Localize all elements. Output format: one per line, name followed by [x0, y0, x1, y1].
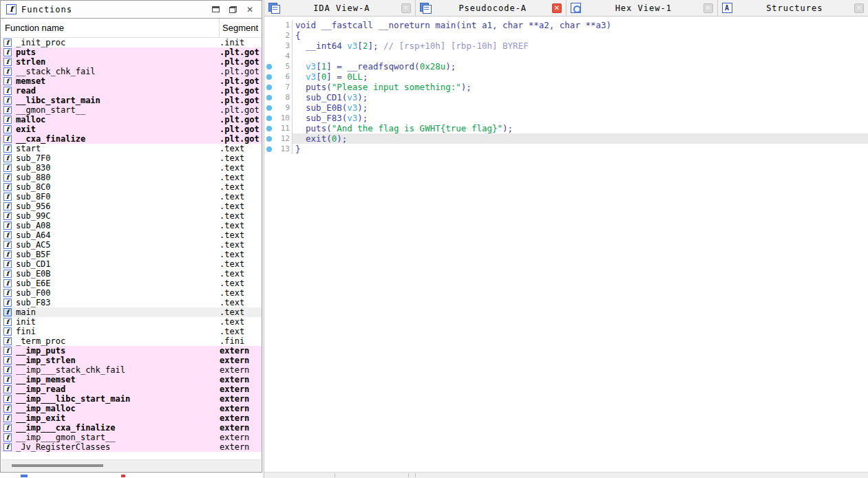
- function-row[interactable]: fsub_7F0.text: [1, 153, 262, 163]
- function-row[interactable]: f__imp_mallocextern: [1, 404, 262, 413]
- pseudocode-view[interactable]: 1void __fastcall __noreturn main(int a1,…: [264, 17, 868, 472]
- function-row[interactable]: fmemset.plt.got: [1, 76, 262, 86]
- code-line[interactable]: 1void __fastcall __noreturn main(int a1,…: [264, 20, 868, 30]
- code-token: sub_E0B(: [295, 102, 347, 113]
- code-token: [295, 72, 306, 82]
- line-number: 2: [272, 30, 292, 41]
- function-row[interactable]: fsub_A08.text: [1, 221, 262, 230]
- function-row[interactable]: fsub_8F0.text: [1, 192, 262, 202]
- function-row[interactable]: f__imp___libc_start_mainextern: [1, 394, 262, 404]
- pseudocode-bottom-scrollbar[interactable]: [264, 472, 868, 478]
- function-icon: f: [3, 212, 12, 220]
- function-row[interactable]: fstrlen.plt.got: [1, 57, 262, 67]
- code-line[interactable]: 12 exit(0);: [264, 133, 868, 144]
- tab-structures[interactable]: AStructures✕: [718, 0, 868, 16]
- tab-hex-view-1[interactable]: Hex View-1✕: [567, 0, 718, 16]
- function-name: start: [16, 144, 220, 153]
- code-line[interactable]: 2{: [264, 30, 868, 41]
- function-row[interactable]: f_Jv_RegisterClassesextern: [1, 442, 262, 452]
- function-name: sub_8F0: [16, 193, 220, 202]
- function-row[interactable]: fsub_AC5.text: [1, 240, 262, 250]
- function-row[interactable]: fsub_956.text: [1, 202, 262, 211]
- function-row[interactable]: fputs.plt.got: [1, 47, 262, 57]
- code-line[interactable]: 4: [264, 51, 868, 61]
- function-row[interactable]: fsub_F00.text: [1, 288, 262, 298]
- code-line[interactable]: 13}: [264, 144, 868, 154]
- line-number: 7: [272, 82, 292, 92]
- function-row[interactable]: fsub_880.text: [1, 173, 262, 182]
- function-segment: .text: [220, 144, 262, 153]
- function-row[interactable]: fsub_E0B.text: [1, 269, 262, 279]
- code-line[interactable]: 9 sub_E0B(v3);: [264, 102, 868, 113]
- function-row[interactable]: fmain.text: [1, 307, 262, 317]
- tab-close-button[interactable]: ✕: [401, 3, 411, 13]
- code-line[interactable]: 5 v3[1] = __readfsqword(0x28u);: [264, 61, 868, 72]
- function-row[interactable]: f__gmon_start__.plt.got: [1, 105, 262, 115]
- tab-close-button[interactable]: ✕: [703, 3, 713, 13]
- function-row[interactable]: f__imp___gmon_start__extern: [1, 433, 262, 442]
- function-row[interactable]: f__imp_exitextern: [1, 413, 262, 423]
- function-segment: .text: [220, 327, 262, 336]
- function-row[interactable]: fmalloc.plt.got: [1, 115, 262, 124]
- code-token: {: [295, 30, 301, 41]
- function-row[interactable]: f__imp___cxa_finalizeextern: [1, 423, 262, 433]
- address-dot: [266, 136, 272, 142]
- address-dot: [266, 95, 272, 100]
- function-name: __imp___cxa_finalize: [16, 424, 220, 433]
- function-row[interactable]: f__cxa_finalize.plt.got: [1, 134, 262, 144]
- function-row[interactable]: f__imp___stack_chk_failextern: [1, 365, 262, 375]
- tab-close-button[interactable]: ✕: [552, 3, 562, 13]
- function-row[interactable]: fsub_CD1.text: [1, 259, 262, 269]
- function-row[interactable]: ffini.text: [1, 327, 262, 336]
- code-line[interactable]: 6 v3[0] = 0LL;: [264, 72, 868, 82]
- function-row[interactable]: f_init_proc.init: [1, 38, 262, 47]
- function-row[interactable]: fsub_830.text: [1, 163, 262, 173]
- function-row[interactable]: f__imp_memsetextern: [1, 375, 262, 384]
- code-token: );: [357, 102, 368, 113]
- code-token: );: [337, 133, 347, 144]
- column-header-segment[interactable]: Segment: [219, 19, 262, 37]
- tab-pseudocode-a[interactable]: Pseudocode-A✕: [416, 0, 567, 16]
- function-row[interactable]: fsub_F83.text: [1, 298, 262, 307]
- code-line[interactable]: 8 sub_CD1(v3);: [264, 92, 868, 102]
- function-row[interactable]: f__libc_start_main.plt.got: [1, 96, 262, 105]
- code-gutter: 6: [264, 72, 292, 82]
- line-number: 10: [272, 113, 292, 123]
- function-icon: f: [3, 356, 12, 365]
- functions-horizontal-scrollbar[interactable]: [1, 459, 261, 471]
- line-number: 12: [272, 133, 292, 144]
- function-icon: f: [3, 404, 12, 413]
- code-line[interactable]: 11 puts("And the flag is GWHT{true flag}…: [264, 123, 868, 133]
- function-row[interactable]: fsub_8C0.text: [1, 182, 262, 192]
- function-row[interactable]: fsub_B5F.text: [1, 250, 262, 259]
- function-row[interactable]: f__imp_putsextern: [1, 346, 262, 356]
- code-line[interactable]: 7 puts("Please input something:");: [264, 82, 868, 92]
- function-row[interactable]: f__imp_readextern: [1, 384, 262, 394]
- line-number: 8: [272, 92, 292, 102]
- function-row[interactable]: fsub_E6E.text: [1, 279, 262, 288]
- function-row[interactable]: fstart.text: [1, 144, 262, 153]
- code-line[interactable]: 3 __int64 v3[2]; // [rsp+10h] [rbp-10h] …: [264, 41, 868, 51]
- function-row[interactable]: f__imp_strlenextern: [1, 356, 262, 365]
- tab-close-button[interactable]: ✕: [854, 3, 864, 13]
- close-button[interactable]: ✕: [244, 4, 256, 15]
- function-row[interactable]: fsub_A64.text: [1, 230, 262, 240]
- maximize-button[interactable]: [209, 4, 222, 15]
- code-text: {: [292, 30, 868, 41]
- restore-button[interactable]: [226, 4, 239, 15]
- function-segment: .plt.got: [220, 135, 262, 144]
- function-icon: f: [3, 87, 12, 95]
- address-dot-empty: [266, 54, 272, 59]
- scrollbar-thumb[interactable]: [12, 464, 103, 467]
- function-row[interactable]: fsub_99C.text: [1, 211, 262, 221]
- function-row[interactable]: fexit.plt.got: [1, 124, 262, 134]
- function-row[interactable]: fread.plt.got: [1, 86, 262, 96]
- tab-ida-view-a[interactable]: IDA View-A✕: [264, 0, 416, 16]
- function-segment: .text: [220, 212, 262, 221]
- function-name: _init_proc: [16, 39, 220, 47]
- function-row[interactable]: finit.text: [1, 317, 262, 327]
- function-row[interactable]: f_term_proc.fini: [1, 336, 262, 346]
- code-line[interactable]: 10 sub_F83(v3);: [264, 113, 868, 123]
- function-row[interactable]: f__stack_chk_fail.plt.got: [1, 67, 262, 76]
- column-header-function-name[interactable]: Function name: [1, 23, 219, 33]
